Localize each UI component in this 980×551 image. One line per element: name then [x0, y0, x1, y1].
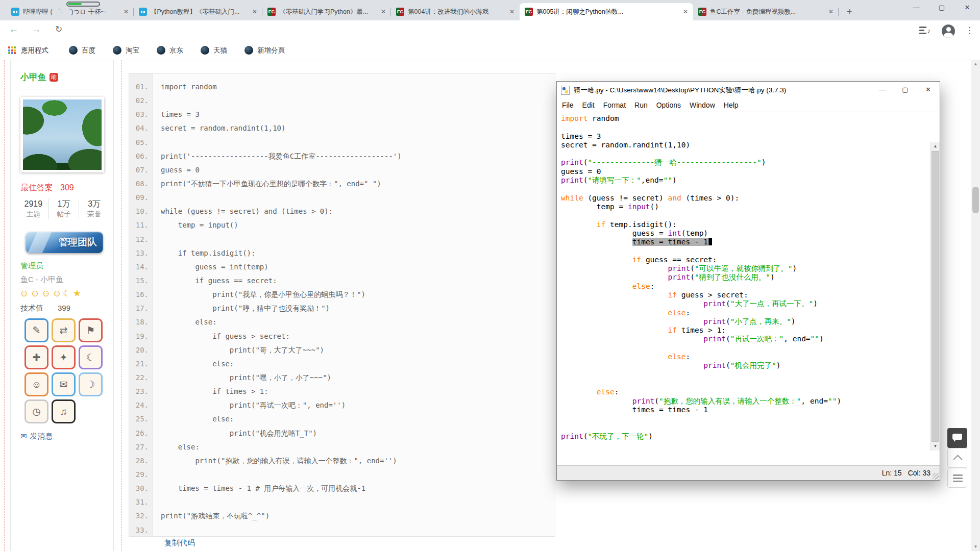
tab-close-icon[interactable]: ✕: [121, 8, 131, 15]
line-number: 24.: [129, 398, 149, 412]
tab-close-icon[interactable]: ✕: [379, 8, 388, 15]
idle-code-line: print("请填写一下：",end=""): [561, 176, 929, 185]
code-line: 17. print("哼，猜中了也没有奖励！"): [129, 302, 555, 315]
browser-tab[interactable]: 《零基础入门学习Python》最...✕: [262, 3, 391, 20]
new-tab-button[interactable]: +: [842, 3, 857, 20]
scroll-up-icon[interactable]: ▲: [971, 60, 980, 68]
menu-run[interactable]: Run: [634, 101, 648, 109]
line-number: 16.: [129, 288, 149, 302]
menu-kebab-icon[interactable]: ⋮: [965, 25, 974, 36]
apps-grid-dot: [8, 49, 10, 52]
window-maximize-icon[interactable]: ▢: [929, 0, 954, 16]
browser-tab[interactable]: 第004讲：改进我们的小游戏✕: [391, 3, 520, 20]
bookmark-item[interactable]: 百度: [69, 46, 95, 55]
menu-options[interactable]: Options: [656, 101, 681, 109]
code-segment: times = times - 1: [632, 238, 708, 246]
code-segment: secret = random.randint(1,10): [561, 141, 690, 149]
fishc-favicon: [396, 8, 404, 16]
page-scrollbar[interactable]: ▲ ▼: [971, 60, 980, 551]
code-segment: [561, 291, 668, 299]
idle-scrollbar-thumb[interactable]: [932, 151, 939, 442]
code-segment: (): [650, 203, 659, 211]
idle-title-bar[interactable]: 猜一哈.py - C:\Users\www14\Desktop\PYTHON实验…: [557, 82, 940, 98]
code-segment: [561, 273, 668, 281]
line-number: 22.: [129, 371, 149, 385]
bookmark-apps[interactable]: 應用程式: [21, 46, 48, 55]
scroll-down-icon[interactable]: ▼: [931, 442, 940, 450]
apps-grid-icon[interactable]: [8, 46, 16, 54]
code-segment: , end=: [783, 335, 810, 343]
idle-scrollbar[interactable]: ▲ ▼: [930, 142, 940, 450]
browser-tab[interactable]: 鱼C工作室 - 免费编程视频教...✕: [693, 3, 839, 20]
scrollbar-thumb[interactable]: [972, 187, 979, 213]
send-message-link[interactable]: ✉发消息: [20, 432, 53, 441]
idle-code-line: if guess > secret:: [561, 291, 929, 299]
media-controls-icon[interactable]: ♪: [919, 26, 930, 35]
quick-reply-button[interactable]: [947, 428, 967, 448]
code-segment: [561, 326, 668, 334]
idle-code-line: else:: [561, 282, 929, 291]
code-line: 01.import random: [129, 80, 555, 94]
thread-list-button[interactable]: [947, 468, 967, 488]
stat-label: 帖子: [49, 209, 79, 219]
idle-minimize-icon[interactable]: —: [871, 82, 894, 98]
tab-close-icon[interactable]: ✕: [507, 8, 517, 15]
line-text: print("我草，你是小甲鱼心里的蛔虫吗？！"): [161, 288, 365, 302]
back-icon[interactable]: ←: [7, 24, 20, 35]
code-line: 14. guess = int(temp): [129, 260, 555, 274]
code-segment: times = times - 1: [561, 406, 708, 414]
author-avatar[interactable]: [20, 97, 104, 172]
line-number: 20.: [129, 343, 149, 357]
bookmark-label: 京东: [169, 46, 183, 55]
reload-icon[interactable]: ↻: [52, 24, 65, 35]
window-close-icon[interactable]: ✕: [954, 0, 980, 16]
menu-window[interactable]: Window: [690, 101, 715, 109]
browser-tab[interactable]: 【Python教程】《零基础入门...✕: [134, 3, 262, 20]
line-text: times = times - 1 # 用户每输入一次，可用机会就-1: [161, 482, 365, 495]
code-segment: and: [668, 194, 681, 202]
python-file-icon: [561, 86, 570, 95]
line-text: print("游戏结束，不玩啦^_^"): [161, 509, 270, 523]
code-segment: print: [703, 317, 726, 325]
browser-tab[interactable]: 哔哩哔哩 ( ゜- ゜)つロ 干杯~-✕: [6, 3, 134, 20]
bookmark-item[interactable]: 淘宝: [113, 46, 139, 55]
menu-format[interactable]: Format: [603, 101, 626, 109]
idle-editor[interactable]: import randomtimes = 3secret = random.ra…: [557, 112, 940, 465]
copy-code-link[interactable]: 复制代码: [164, 538, 195, 548]
browser-tab[interactable]: 第005讲：闲聊之Python的数...✕: [520, 3, 693, 20]
forward-icon[interactable]: →: [30, 24, 43, 35]
line-number: 15.: [129, 274, 149, 288]
apps-grid-dot: [8, 46, 10, 48]
helper-badge: 助: [50, 73, 58, 82]
admin-team-button[interactable]: 管理团队: [26, 232, 103, 253]
medal-badge: ✎: [24, 318, 48, 342]
profile-avatar[interactable]: [942, 24, 955, 38]
idle-close-icon[interactable]: ✕: [917, 82, 940, 98]
scroll-up-icon[interactable]: ▲: [931, 142, 940, 151]
stat-label: 主题: [18, 209, 48, 219]
tab-close-icon[interactable]: ✕: [681, 8, 690, 15]
author-username[interactable]: 小甲鱼助: [20, 71, 58, 83]
moon-icon: ☾: [63, 288, 73, 298]
idle-maximize-icon[interactable]: ▢: [894, 82, 917, 98]
bookmark-item[interactable]: 天猫: [201, 46, 227, 55]
bookmark-item[interactable]: 京东: [157, 46, 183, 55]
code-segment: "请填写一下：": [587, 176, 641, 184]
code-segment: random: [587, 114, 619, 122]
status-col: Col: 33: [908, 469, 930, 477]
bookmark-item[interactable]: 新增分頁: [244, 46, 285, 55]
code-line: 04.secret = random.randint(1,10): [129, 121, 555, 135]
back-to-top-button[interactable]: [947, 448, 967, 468]
tab-close-icon[interactable]: ✕: [826, 8, 836, 15]
code-segment: ): [791, 317, 796, 325]
idle-code-line: guess = 0: [561, 167, 929, 176]
menu-help[interactable]: Help: [724, 101, 739, 109]
code-line: 30. times = times - 1 # 用户每输入一次，可用机会就-1: [129, 482, 555, 495]
author-group: 鱼C - 小甲鱼: [20, 275, 63, 285]
tab-close-icon[interactable]: ✕: [250, 8, 259, 15]
scroll-down-icon[interactable]: ▼: [971, 543, 980, 551]
window-minimize-icon[interactable]: —: [903, 0, 929, 16]
menu-file[interactable]: File: [562, 101, 574, 109]
line-text: guess = 0: [161, 163, 200, 177]
menu-edit[interactable]: Edit: [582, 101, 595, 109]
